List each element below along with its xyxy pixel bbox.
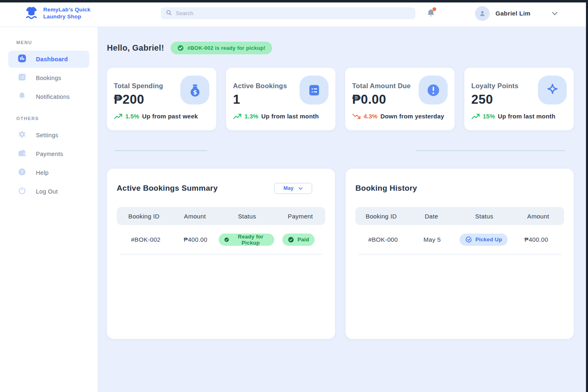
amount-cell: ₱400.00 [511,236,561,243]
dashboard-icon [17,53,27,65]
column-header: Date [407,213,456,220]
trend-up-icon [233,113,242,120]
column-header: Status [456,213,512,220]
laundry-shirt-icon [24,5,39,22]
logo-text-line2: Laundry Shop [43,13,91,20]
stat-card-total-spending: Total Spending ₱200 $ [107,68,216,130]
header-actions: Gabriel Lim [426,6,558,21]
table-header-row: Booking ID Amount Status Payment [117,207,325,225]
trend-up-icon [471,113,480,120]
gear-icon [17,129,27,141]
table-row[interactable]: #BOK-002 ₱400.00 Ready for Pickup [119,225,323,254]
active-bookings-summary-panel: Active Bookings Summary May Booking ID A… [107,169,335,339]
sidebar-item-label: Notifications [36,94,70,100]
app-logo[interactable]: RemyLab's Quick Laundry Shop [24,5,146,22]
stat-change: 15% [483,113,495,120]
column-header: Amount [513,213,564,220]
question-circle-icon: ? [17,167,27,178]
stat-change: 1.5% [125,113,139,120]
booking-history-table: Booking ID Date Status Amount #BOK-000 M… [355,207,564,254]
divider-line [415,150,565,151]
search-input[interactable] [176,10,410,16]
bell-icon [17,91,27,102]
date-cell: May 5 [408,236,456,243]
check-circle-icon [288,236,294,243]
table-header-row: Booking ID Date Status Amount [355,207,564,225]
user-menu[interactable]: Gabriel Lim [475,6,558,21]
active-bookings-table: Booking ID Amount Status Payment #BOK-00… [117,207,325,254]
month-filter-select[interactable]: May [274,183,312,194]
stat-cards: Total Spending ₱200 $ [107,68,574,130]
trend-down-icon [352,113,361,120]
booking-history-panel: Booking History Booking ID Date Status A… [346,169,574,339]
picked-up-badge: Picked Up [459,234,508,246]
alert-circle-icon [419,76,448,105]
notifications-bell-button[interactable] [426,8,437,19]
search-bar[interactable] [161,7,415,19]
status-cell: Picked Up [456,234,511,246]
greeting-text: Hello, Gabriel! [107,43,164,53]
column-header: Amount [171,213,219,220]
window-frame-right [586,0,588,392]
divider-line [114,150,207,151]
sidebar-item-label: Dashboard [36,56,68,62]
sidebar-item-dashboard[interactable]: Dashboard [8,51,89,68]
stat-change-text: Up from last month [261,113,319,120]
sidebar-item-label: Help [36,169,49,176]
top-header: RemyLab's Quick Laundry Shop [0,0,588,27]
chevron-down-icon [552,10,558,17]
sparkle-icon [538,76,567,105]
picked-up-badge-text: Picked Up [475,236,502,243]
wallet-icon [17,148,27,160]
user-name: Gabriel Lim [495,10,530,17]
column-header: Booking ID [355,213,407,220]
user-avatar [475,6,490,21]
payment-cell: Paid [274,234,323,246]
sidebar-item-label: Settings [36,132,58,138]
money-bag-icon: $ [180,76,209,105]
sidebar-item-logout[interactable]: Log Out [8,183,89,200]
stat-card-amount-due: Total Amount Due ₱0.00 [345,68,455,130]
sidebar-item-notifications[interactable]: Notifications [8,88,89,105]
stat-change-text: Up from last month [498,113,555,120]
stat-title: Loyalty Points [471,82,519,90]
stat-change-text: Down from yesterday [380,113,444,120]
booking-id-cell: #BOK-002 [119,236,172,243]
stat-value: ₱200 [114,92,163,107]
stat-title: Total Spending [114,82,163,90]
check-circle-icon [224,236,229,243]
stat-change-text: Up from past week [142,113,198,120]
payment-badge: Paid [282,234,315,246]
column-header: Status [219,213,275,220]
sidebar-item-label: Payments [36,151,63,157]
sidebar-item-label: Log Out [36,188,58,195]
payment-badge-text: Paid [297,236,309,243]
stat-card-active-bookings: Active Bookings 1 [226,68,335,130]
status-badge-text: Ready for Pickup [233,234,269,246]
sidebar-item-payments[interactable]: Payments [8,145,89,163]
pickup-badge-text: #BOK-002 is ready for pickup! [187,45,265,51]
svg-text:?: ? [21,169,23,175]
pickup-ready-badge[interactable]: #BOK-002 is ready for pickup! [171,42,272,54]
notification-dot [433,7,436,11]
sidebar: MENU Dashboard Book [0,27,98,392]
stat-title: Active Bookings [233,82,287,90]
sidebar-item-bookings[interactable]: Bookings [8,69,89,87]
column-header: Booking ID [117,213,171,220]
main-content: Hello, Gabriel! #BOK-002 is ready for pi… [98,27,588,392]
month-filter-value: May [284,185,293,191]
booking-list-icon [300,76,328,105]
trend-up-icon [114,113,122,120]
stat-value: 1 [233,92,287,107]
table-row[interactable]: #BOK-000 May 5 Picked Up ₱400.00 [358,225,561,254]
sidebar-item-help[interactable]: ? Help [8,164,89,181]
sidebar-item-label: Bookings [36,75,61,81]
person-icon [478,9,486,18]
booking-id-cell: #BOK-000 [358,236,408,243]
logo-text-line1: RemyLab's Quick [43,7,91,13]
search-icon [166,9,172,18]
sidebar-item-settings[interactable]: Settings [8,127,89,144]
bookings-list-icon [17,72,27,84]
amount-cell: ₱400.00 [172,236,218,243]
check-circle-icon [177,45,184,51]
